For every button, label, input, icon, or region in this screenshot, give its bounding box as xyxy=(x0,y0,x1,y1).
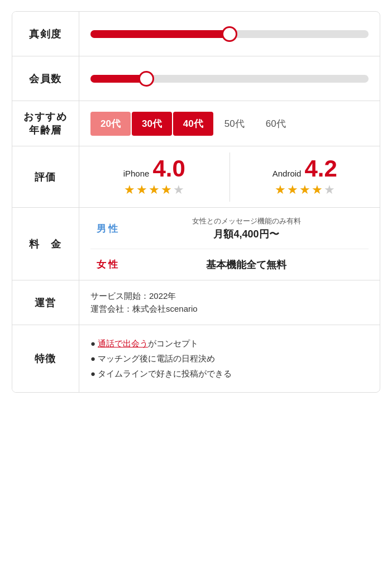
male-fee-detail: 女性とのメッセージ機能のみ有料 月額4,400円〜 xyxy=(124,216,369,241)
feature-text-3: タイムラインで好きに投稿ができる xyxy=(98,369,232,379)
seriousness-slider-fill xyxy=(90,30,230,38)
android-star-1: ★ xyxy=(275,183,286,197)
age-badge-60: 60代 xyxy=(256,112,296,136)
female-fee-detail: 基本機能全て無料 xyxy=(124,257,369,272)
android-star-2: ★ xyxy=(287,183,298,197)
rating-label: 評価 xyxy=(12,146,79,207)
age-label: おすすめ年齢層 xyxy=(12,101,79,146)
members-content xyxy=(79,56,380,101)
fee-label: 料 金 xyxy=(12,208,79,280)
rating-blocks: iPhone 4.0 ★ ★ ★ ★ ★ Android 4.2 xyxy=(79,153,380,202)
iphone-star-3: ★ xyxy=(149,183,160,197)
male-fee-note: 女性とのメッセージ機能のみ有料 xyxy=(124,216,369,226)
feature-item-2: ● マッチング後に電話の日程決め xyxy=(90,354,232,364)
android-score: 4.2 xyxy=(304,157,337,180)
age-badges: 20代 30代 40代 50代 60代 xyxy=(90,112,296,136)
female-fee-row: 女 性 基本機能全て無料 xyxy=(90,249,369,279)
seriousness-content xyxy=(79,12,380,56)
android-star-5: ★ xyxy=(324,183,335,197)
feature-bullet-1: ● xyxy=(90,339,95,348)
operations-company: 運営会社：株式会社scenario xyxy=(90,304,198,315)
seriousness-label: 真剣度 xyxy=(12,12,79,56)
iphone-star-1: ★ xyxy=(124,183,135,197)
feature-bullet-3: ● xyxy=(90,369,95,378)
male-fee-amount: 月額4,400円〜 xyxy=(124,227,369,241)
members-label: 会員数 xyxy=(12,56,79,101)
operations-content: サービス開始：2022年 運営会社：株式会社scenario xyxy=(79,280,380,325)
android-star-4: ★ xyxy=(312,183,323,197)
operations-label: 運営 xyxy=(12,280,79,325)
operations-details: サービス開始：2022年 運営会社：株式会社scenario xyxy=(90,291,198,315)
seriousness-slider-track xyxy=(90,30,369,38)
fee-details: 男 性 女性とのメッセージ機能のみ有料 月額4,400円〜 女 性 基本機能全て… xyxy=(90,208,369,279)
iphone-star-2: ★ xyxy=(136,183,147,197)
members-slider-track xyxy=(90,75,369,83)
android-star-3: ★ xyxy=(299,183,310,197)
iphone-title: iPhone xyxy=(123,169,150,178)
female-gender-label: 女 性 xyxy=(90,258,124,271)
age-badge-40: 40代 xyxy=(173,112,213,136)
iphone-star-5: ★ xyxy=(173,183,184,197)
android-title: Android xyxy=(273,169,302,178)
age-content: 20代 30代 40代 50代 60代 xyxy=(79,101,380,146)
features-list: ● 通話で出会うがコンセプト ● マッチング後に電話の日程決め ● タイムライン… xyxy=(90,339,232,379)
age-badge-30: 30代 xyxy=(132,112,172,136)
operations-row: 運営 サービス開始：2022年 運営会社：株式会社scenario xyxy=(12,280,380,325)
age-badge-50: 50代 xyxy=(214,112,255,136)
iphone-rating: iPhone 4.0 ★ ★ ★ ★ ★ xyxy=(79,153,230,202)
iphone-stars: ★ ★ ★ ★ ★ xyxy=(124,183,184,197)
info-card: 真剣度 会員数 おすすめ年齢層 20代 30代 xyxy=(12,11,380,393)
age-row: おすすめ年齢層 20代 30代 40代 50代 60代 xyxy=(12,101,380,146)
seriousness-slider-thumb[interactable] xyxy=(222,26,237,42)
feature-highlight-1: 通話で出会う xyxy=(98,339,148,348)
age-badge-20: 20代 xyxy=(90,112,131,136)
iphone-score: 4.0 xyxy=(152,157,185,180)
features-label: 特徴 xyxy=(12,325,79,392)
fee-row: 料 金 男 性 女性とのメッセージ機能のみ有料 月額4,400円〜 女 性 基本… xyxy=(12,208,380,280)
male-fee-row: 男 性 女性とのメッセージ機能のみ有料 月額4,400円〜 xyxy=(90,208,369,249)
members-row: 会員数 xyxy=(12,56,380,101)
operations-start: サービス開始：2022年 xyxy=(90,291,198,302)
feature-text-2: マッチング後に電話の日程決め xyxy=(98,354,215,364)
feature-bullet-2: ● xyxy=(90,354,95,363)
female-fee-amount: 基本機能全て無料 xyxy=(124,258,369,272)
android-rating: Android 4.2 ★ ★ ★ ★ ★ xyxy=(230,153,380,202)
iphone-star-4: ★ xyxy=(161,183,172,197)
features-row: 特徴 ● 通話で出会うがコンセプト ● マッチング後に電話の日程決め ● タイム… xyxy=(12,325,380,392)
male-gender-label: 男 性 xyxy=(90,222,124,235)
android-stars: ★ ★ ★ ★ ★ xyxy=(275,183,335,197)
feature-item-1: ● 通話で出会うがコンセプト xyxy=(90,339,232,349)
rating-content: iPhone 4.0 ★ ★ ★ ★ ★ Android 4.2 xyxy=(79,146,380,207)
seriousness-row: 真剣度 xyxy=(12,12,380,56)
rating-row: 評価 iPhone 4.0 ★ ★ ★ ★ ★ xyxy=(12,146,380,208)
feature-text-1: 通話で出会うがコンセプト xyxy=(98,339,198,349)
fee-content: 男 性 女性とのメッセージ機能のみ有料 月額4,400円〜 女 性 基本機能全て… xyxy=(79,208,380,280)
features-content: ● 通話で出会うがコンセプト ● マッチング後に電話の日程決め ● タイムライン… xyxy=(79,325,380,392)
members-slider-thumb[interactable] xyxy=(138,71,154,87)
feature-item-3: ● タイムラインで好きに投稿ができる xyxy=(90,369,232,379)
